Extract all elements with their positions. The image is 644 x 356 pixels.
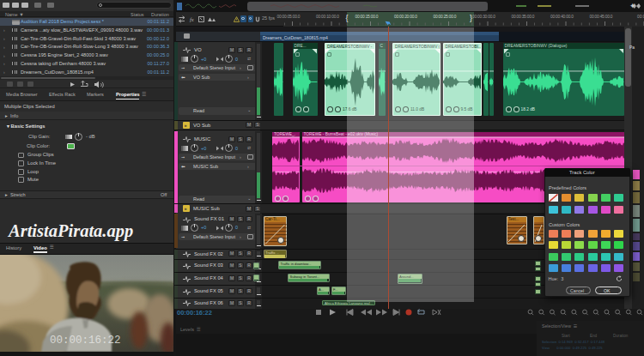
- svg-text:fx: fx: [190, 16, 194, 22]
